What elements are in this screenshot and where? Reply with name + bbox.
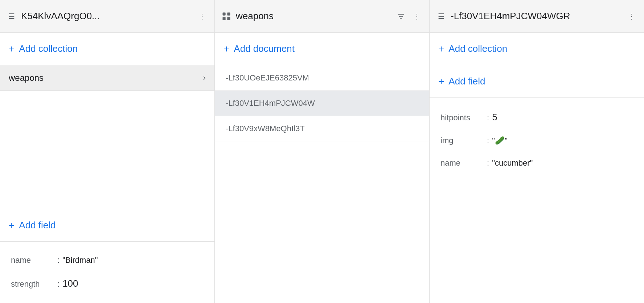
document-item-name-2: -Lf30V9xW8MeQhIl3T xyxy=(226,124,305,133)
field-value-strength: 100 xyxy=(62,278,78,289)
plus-icon-add-field-left: + xyxy=(9,220,15,231)
add-document-button[interactable]: + Add document xyxy=(215,33,429,65)
plus-icon-add-field-right: + xyxy=(438,76,444,87)
add-document-label: Add document xyxy=(234,43,295,54)
field-value-name-right: "cucumber" xyxy=(492,158,533,168)
chevron-right-icon: › xyxy=(203,73,206,83)
field-separator-strength: : xyxy=(57,279,60,289)
add-collection-left-label: Add collection xyxy=(19,43,78,54)
add-collection-right-button[interactable]: + Add collection xyxy=(430,33,644,65)
field-separator-img: : xyxy=(487,136,489,145)
field-value-hitpoints: 5 xyxy=(492,112,497,123)
collection-icon xyxy=(221,11,232,22)
panel-right-fields: hitpoints : 5 img : "🥒" name : "cucumber… xyxy=(430,98,644,182)
panel-middle-more-button[interactable]: ⋮ xyxy=(410,10,423,23)
panel-right-header-actions: ⋮ xyxy=(625,10,638,23)
panel-middle-header: weapons ⋮ xyxy=(215,0,429,33)
field-value-img: "🥒" xyxy=(492,136,508,145)
field-row-img: img : "🥒" xyxy=(440,129,633,152)
panel-middle-title: weapons xyxy=(236,11,391,22)
panel-right-more-button[interactable]: ⋮ xyxy=(625,10,638,23)
svg-rect-1 xyxy=(227,12,230,15)
document-icon-right: ☰ xyxy=(435,11,447,22)
panel-middle-header-actions: ⋮ xyxy=(394,10,423,23)
document-icon: ☰ xyxy=(6,11,17,22)
field-row-hitpoints: hitpoints : 5 xyxy=(440,105,633,129)
plus-icon-add-collection-right: + xyxy=(438,43,444,55)
panel-middle: weapons ⋮ + Add document xyxy=(215,0,430,303)
panel-left: ☰ K54KlvAAQrgO0... ⋮ + Add collection we… xyxy=(0,0,215,303)
field-separator-name-right: : xyxy=(487,158,489,168)
firestore-panels: ☰ K54KlvAAQrgO0... ⋮ + Add collection we… xyxy=(0,0,644,303)
plus-icon-add-document: + xyxy=(223,43,229,55)
field-value-name: "Birdman" xyxy=(62,256,98,265)
add-collection-right-label: Add collection xyxy=(448,43,507,54)
panel-left-title: K54KlvAAQrgO0... xyxy=(21,11,192,22)
panel-left-more-button[interactable]: ⋮ xyxy=(196,10,209,23)
field-key-hitpoints: hitpoints xyxy=(440,113,484,123)
filter-button[interactable] xyxy=(394,10,407,23)
field-key-name: name xyxy=(11,256,54,265)
document-item-0[interactable]: -Lf30UOeEJE63825VM xyxy=(215,65,429,91)
field-key-img: img xyxy=(440,136,484,145)
panel-right-title: -Lf30V1EH4mPJCW04WGR xyxy=(451,11,622,22)
field-row-name: name : "Birdman" xyxy=(11,249,204,271)
svg-rect-0 xyxy=(223,12,226,15)
panel-right-header: ☰ -Lf30V1EH4mPJCW04WGR ⋮ xyxy=(430,0,644,33)
field-key-strength: strength xyxy=(11,279,54,289)
add-field-left-label: Add field xyxy=(19,220,56,231)
panel-left-spacer xyxy=(0,91,214,209)
plus-icon-add-collection-left: + xyxy=(9,43,15,55)
panel-right: ☰ -Lf30V1EH4mPJCW04WGR ⋮ + Add collectio… xyxy=(430,0,644,303)
panel-left-header-actions: ⋮ xyxy=(196,10,209,23)
add-collection-left-button[interactable]: + Add collection xyxy=(0,33,214,65)
document-item-name-0: -Lf30UOeEJE63825VM xyxy=(226,73,309,83)
svg-rect-3 xyxy=(227,17,230,20)
document-item-name-1: -Lf30V1EH4mPJCW04W xyxy=(226,99,315,108)
add-field-left-button[interactable]: + Add field xyxy=(0,209,214,242)
add-field-right-label: Add field xyxy=(448,76,485,87)
add-field-right-button[interactable]: + Add field xyxy=(430,65,644,98)
document-item-2[interactable]: -Lf30V9xW8MeQhIl3T xyxy=(215,116,429,141)
panel-left-body: + Add collection weapons › + Add field n… xyxy=(0,33,214,303)
collection-item-weapons-name: weapons xyxy=(9,73,203,83)
collection-item-weapons[interactable]: weapons › xyxy=(0,65,214,91)
panel-right-body: + Add collection + Add field hitpoints :… xyxy=(430,33,644,303)
field-row-name-right: name : "cucumber" xyxy=(440,152,633,174)
field-key-name-right: name xyxy=(440,158,484,168)
document-item-1[interactable]: -Lf30V1EH4mPJCW04W xyxy=(215,91,429,116)
field-row-strength: strength : 100 xyxy=(11,271,204,296)
panel-middle-body: + Add document -Lf30UOeEJE63825VM -Lf30V… xyxy=(215,33,429,303)
field-separator-hitpoints: : xyxy=(487,113,489,123)
field-separator-name: : xyxy=(57,256,60,265)
panel-left-fields: name : "Birdman" strength : 100 xyxy=(0,242,214,303)
panel-left-header: ☰ K54KlvAAQrgO0... ⋮ xyxy=(0,0,214,33)
svg-rect-2 xyxy=(223,17,226,20)
